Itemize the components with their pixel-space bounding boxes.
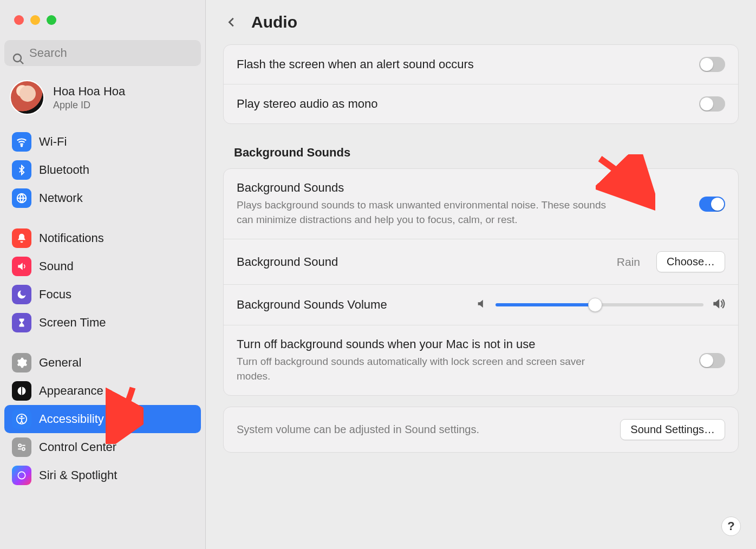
moon-icon [12, 285, 31, 304]
bg-sounds-enable-desc: Plays background sounds to mask unwanted… [237, 198, 616, 227]
bg-turnoff-label: Turn off background sounds when your Mac… [237, 337, 688, 351]
minimize-window-button[interactable] [30, 15, 40, 25]
bluetooth-icon [12, 160, 31, 180]
bg-turnoff-toggle[interactable] [699, 353, 725, 368]
main-content: Audio Flash the screen when an alert sou… [206, 0, 756, 549]
sidebar-item-label: Siri & Spotlight [39, 468, 117, 482]
volume-low-icon [476, 298, 488, 312]
bell-icon [12, 228, 31, 248]
mono-audio-label: Play stereo audio as mono [237, 97, 688, 111]
zoom-window-button[interactable] [47, 15, 56, 25]
search-input[interactable] [4, 40, 201, 66]
row-label: Turn off background sounds when your Mac… [237, 337, 688, 383]
bg-turnoff-desc: Turn off background sounds automatically… [237, 355, 616, 383]
siri-icon [12, 466, 31, 485]
globe-icon [12, 188, 31, 208]
flash-screen-label: Flash the screen when an alert sound occ… [237, 57, 688, 71]
sidebar-item-label: Notifications [39, 231, 104, 245]
svg-point-11 [18, 472, 25, 479]
sidebar-item-label: Network [39, 191, 83, 205]
accessibility-icon [12, 409, 31, 429]
sidebar-item-siri-spotlight[interactable]: Siri & Spotlight [4, 461, 201, 489]
account-sub: Apple ID [53, 100, 125, 111]
page-title: Audio [251, 13, 297, 31]
mono-audio-toggle[interactable] [699, 96, 725, 112]
sidebar-item-label: Bluetooth [39, 163, 89, 177]
row-sound-settings: System volume can be adjusted in Sound s… [224, 407, 738, 452]
control-center-icon [12, 437, 31, 457]
sidebar-item-screen-time[interactable]: Screen Time [4, 309, 201, 337]
bg-sounds-enable-toggle[interactable] [699, 197, 725, 212]
sidebar-item-label: Control Center [39, 440, 116, 454]
svg-point-9 [22, 448, 25, 450]
appearance-icon [12, 381, 31, 401]
row-bg-volume: Background Sounds Volume [224, 285, 738, 325]
window-controls [0, 0, 205, 35]
bg-volume-label: Background Sounds Volume [237, 298, 387, 312]
sidebar-item-accessibility[interactable]: Accessibility [4, 405, 201, 433]
svg-point-2 [21, 145, 22, 146]
sidebar-item-label: Accessibility [39, 412, 104, 426]
close-window-button[interactable] [14, 15, 24, 25]
bg-sounds-enable-label: Background Sounds [237, 181, 688, 195]
sidebar-item-control-center[interactable]: Control Center [4, 433, 201, 461]
sidebar-list: Wi-Fi Bluetooth Network Notifications [0, 125, 205, 495]
sidebar-item-label: Wi-Fi [39, 135, 67, 149]
row-label: Background Sounds Plays background sound… [237, 181, 688, 227]
gear-icon [12, 353, 31, 372]
background-sounds-panel: Background Sounds Plays background sound… [223, 168, 739, 396]
audio-alert-panel: Flash the screen when an alert sound occ… [223, 44, 739, 124]
sidebar: Hoa Hoa Hoa Apple ID Wi-Fi Bluetooth [0, 0, 206, 549]
sound-settings-hint: System volume can be adjusted in Sound s… [237, 423, 609, 436]
svg-point-7 [18, 444, 21, 447]
volume-high-icon [711, 297, 725, 313]
sound-settings-panel: System volume can be adjusted in Sound s… [223, 407, 739, 453]
back-button[interactable] [223, 14, 240, 31]
sidebar-item-label: Appearance [39, 384, 103, 398]
slider-thumb[interactable] [588, 298, 602, 312]
search-wrap [4, 40, 201, 66]
sidebar-item-bluetooth[interactable]: Bluetooth [4, 156, 201, 184]
account-name: Hoa Hoa Hoa [53, 84, 125, 99]
sidebar-item-general[interactable]: General [4, 349, 201, 377]
background-sounds-section-title: Background Sounds [234, 146, 739, 160]
sidebar-item-label: Screen Time [39, 316, 106, 330]
row-bg-turnoff: Turn off background sounds when your Mac… [224, 325, 738, 395]
sidebar-item-sound[interactable]: Sound [4, 252, 201, 280]
sidebar-item-focus[interactable]: Focus [4, 280, 201, 309]
header: Audio [223, 0, 739, 44]
help-button[interactable]: ? [721, 517, 741, 536]
flash-screen-toggle[interactable] [699, 57, 725, 72]
row-label: Flash the screen when an alert sound occ… [237, 57, 688, 71]
bg-volume-slider[interactable] [496, 303, 703, 306]
account-text: Hoa Hoa Hoa Apple ID [53, 84, 125, 111]
bg-sound-value: Rain [617, 256, 640, 269]
hourglass-icon [12, 313, 31, 332]
bg-volume-slider-wrap [476, 297, 725, 313]
sidebar-item-label: Sound [39, 259, 74, 273]
speaker-icon [12, 257, 31, 276]
bg-sound-choose-button[interactable]: Choose… [656, 251, 725, 272]
settings-window: Hoa Hoa Hoa Apple ID Wi-Fi Bluetooth [0, 0, 756, 549]
sound-settings-button[interactable]: Sound Settings… [620, 419, 725, 440]
svg-point-6 [21, 416, 23, 418]
row-flash-screen: Flash the screen when an alert sound occ… [224, 45, 738, 84]
row-bg-sound: Background Sound Rain Choose… [224, 239, 738, 285]
row-label: Play stereo audio as mono [237, 97, 688, 111]
avatar [10, 80, 44, 115]
sidebar-item-label: General [39, 356, 81, 370]
account-row[interactable]: Hoa Hoa Hoa Apple ID [0, 70, 205, 125]
sidebar-item-label: Focus [39, 287, 71, 302]
sidebar-item-notifications[interactable]: Notifications [4, 224, 201, 252]
row-mono-audio: Play stereo audio as mono [224, 84, 738, 123]
sidebar-item-wifi[interactable]: Wi-Fi [4, 128, 201, 156]
sidebar-item-network[interactable]: Network [4, 184, 201, 212]
row-bg-sounds-enable: Background Sounds Plays background sound… [224, 169, 738, 239]
sidebar-item-appearance[interactable]: Appearance [4, 377, 201, 405]
wifi-icon [12, 132, 31, 152]
row-label: Background Sound [237, 255, 606, 269]
bg-sound-label: Background Sound [237, 255, 606, 269]
